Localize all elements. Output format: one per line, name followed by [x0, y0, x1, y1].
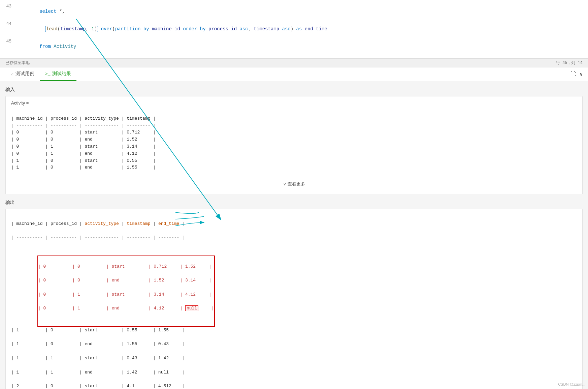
- output-row-8: | 1 | 1 | end | 1.42 | null |: [11, 369, 577, 376]
- input-data-table: | machine_id | process_id | activity_typ…: [11, 108, 577, 178]
- null-highlight: null: [185, 305, 198, 311]
- test-case-icon: ☑: [11, 71, 13, 77]
- code-line-45: 45 from Activity: [0, 38, 588, 55]
- input-row-4: | 0 | 1 | end | 4.12 |: [11, 151, 156, 156]
- line-number-43: 43: [0, 4, 17, 9]
- highlighted-rows-box: | 0 | 0 | start | 0.712 | 1.52 | | 0 | 0…: [37, 256, 215, 327]
- line-number-45: 45: [0, 39, 17, 44]
- tab-test-case-label: 测试用例: [15, 71, 34, 77]
- code-line-44: 44 lead(timestamp, 1) over(partition by …: [0, 20, 588, 38]
- input-separator: | ---------- | ---------- | ------------…: [11, 123, 156, 128]
- line-number-44: 44: [0, 21, 17, 26]
- input-label: 输入: [5, 87, 583, 93]
- input-section: 输入 Activity = | machine_id | process_id …: [5, 87, 583, 194]
- output-row-highlight-1: | 0 | 0 | start | 0.712 | 1.52 |: [38, 263, 214, 270]
- lead-offset: 1: [91, 26, 94, 32]
- tab-test-result-label: 测试结果: [52, 71, 71, 77]
- input-table-title: Activity =: [11, 100, 577, 106]
- output-row-7: | 1 | 1 | start | 0.43 | 1.42 |: [11, 355, 577, 362]
- tabs-section: ☑ 测试用例 >_ 测试结果 ⛶ ∨: [0, 67, 588, 81]
- keyword-by-1: by: [143, 26, 149, 32]
- lead-function: lead: [46, 26, 58, 32]
- keyword-asc-2: asc: [282, 26, 291, 32]
- tab-test-case[interactable]: ☑ 测试用例: [5, 67, 40, 81]
- code-content-43: select *,: [17, 3, 588, 20]
- output-section: 输出 | machine_id | process_id | activity_…: [5, 200, 583, 389]
- keyword-as: as: [296, 26, 302, 32]
- lead-function-highlight: lead(timestamp, 1): [45, 26, 98, 32]
- input-row-6: | 1 | 0 | end | 1.55 |: [11, 165, 156, 170]
- page-wrapper: 43 select *, 44 lead(timestamp, 1) over(…: [0, 0, 588, 389]
- output-table-container: | machine_id | process_id | activity_typ…: [5, 209, 583, 389]
- output-header: | machine_id | process_id | activity_typ…: [11, 220, 577, 228]
- tabs-right: ⛶ ∨: [569, 70, 583, 79]
- input-row-2: | 0 | 0 | end | 1.52 |: [11, 137, 156, 142]
- end-time-alias: end_time: [305, 26, 327, 32]
- code-editor: 43 select *, 44 lead(timestamp, 1) over(…: [0, 0, 588, 58]
- machine-id-col: machine_id: [152, 26, 180, 32]
- view-more-button[interactable]: ∨ 查看更多: [11, 178, 577, 190]
- keyword-by-2: by: [200, 26, 206, 32]
- input-row-5: | 1 | 0 | start | 0.55 |: [11, 158, 156, 163]
- process-id-col: process_id: [208, 26, 237, 32]
- status-bar: 已存储至本地 行 45，列 14: [0, 58, 588, 67]
- input-table-container: Activity = | machine_id | process_id | a…: [5, 96, 583, 194]
- keyword-partition: partition: [115, 26, 141, 32]
- timestamp-col: timestamp: [254, 26, 279, 32]
- keyword-order: order: [183, 26, 197, 32]
- keyword-select: select: [39, 9, 56, 14]
- output-data-table: | machine_id | process_id | activity_typ…: [11, 213, 577, 389]
- code-content-45: from Activity: [17, 38, 588, 55]
- input-row-1: | 0 | 0 | start | 0.712 |: [11, 130, 156, 135]
- table-name-activity: Activity: [54, 44, 76, 49]
- code-content-44: lead(timestamp, 1) over(partition by mac…: [17, 21, 588, 37]
- input-header: | machine_id | process_id | activity_typ…: [11, 116, 156, 121]
- output-row-highlight-3: | 0 | 1 | start | 3.14 | 4.12 |: [38, 291, 214, 298]
- output-row-5: | 1 | 0 | start | 0.55 | 1.55 |: [11, 327, 577, 334]
- keyword-from: from: [39, 44, 51, 49]
- output-row-highlight-2: | 0 | 0 | end | 1.52 | 3.14 |: [38, 277, 214, 284]
- status-saved: 已存储至本地: [5, 60, 30, 66]
- output-separator: | ---------- | ---------- | ------------…: [11, 234, 577, 241]
- output-label: 输出: [5, 200, 583, 206]
- keyword-asc-1: asc: [239, 26, 248, 32]
- keyword-over: over: [101, 26, 112, 32]
- output-row-9: | 2 | 0 | start | 4.1 | 4.512 |: [11, 383, 577, 389]
- tab-test-result[interactable]: >_ 测试结果: [40, 67, 77, 81]
- expand-button[interactable]: ⛶: [569, 70, 577, 79]
- output-row-highlight-4: | 0 | 1 | end | 4.12 | null |: [38, 305, 214, 312]
- timestamp-param: timestamp: [60, 26, 86, 32]
- test-result-icon: >_: [45, 71, 51, 77]
- status-position: 行 45，列 14: [556, 60, 583, 66]
- watermark: CSDN @zzpm...: [558, 382, 585, 386]
- code-line-43: 43 select *,: [0, 3, 588, 20]
- input-row-3: | 0 | 1 | start | 3.14 |: [11, 144, 156, 149]
- output-row-6: | 1 | 0 | end | 1.55 | 0.43 |: [11, 341, 577, 348]
- main-content: 输入 Activity = | machine_id | process_id …: [0, 81, 588, 389]
- expand-arrow[interactable]: ∨: [580, 71, 583, 77]
- tabs-left: ☑ 测试用例 >_ 测试结果: [5, 67, 76, 81]
